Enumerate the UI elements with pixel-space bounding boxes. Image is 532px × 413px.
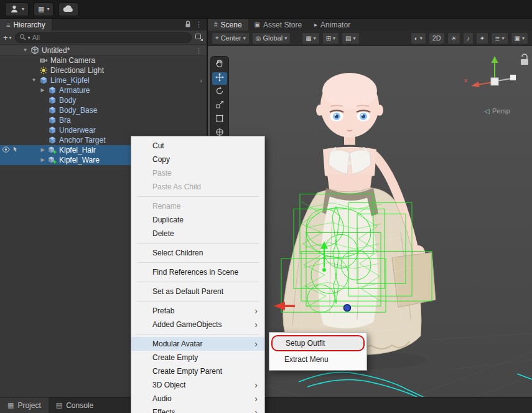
submenu-item-label: Extract Menu [284,355,329,364]
row-label: Bra [59,116,71,125]
menu-separator [137,196,259,197]
tab-hierarchy-label: Hierarchy [13,21,45,29]
menu-item-label: Added GameObjects [152,320,222,329]
expand-triangle-icon[interactable]: ▶ [39,145,47,155]
snap-increment-button[interactable]: ▤▾ [342,32,359,44]
row-visibility-gutter[interactable] [2,145,18,155]
snap-increment-button-icon: ▤ [345,35,351,42]
tab-asset-store[interactable]: ▣Asset Store [248,19,308,31]
hierarchy-row-untitled[interactable]: ▼Untitled*⋮ [0,45,207,55]
z-axis-cube[interactable] [510,75,516,80]
lock-icon[interactable] [185,21,191,29]
hierarchy-row-main-camera[interactable]: Main Camera [0,55,207,65]
persp-label: Persp [492,107,510,115]
context-menu-item-select-children[interactable]: Select Children [131,246,264,260]
plus-icon: + [3,33,8,42]
search-filter-caret-icon[interactable]: ▾ [28,35,30,40]
context-menu-item-cut[interactable]: Cut [131,139,264,153]
layer-visibility-button[interactable]: ▦ ▾ [34,2,54,16]
tab-hierarchy[interactable]: ≡ Hierarchy [0,19,52,31]
menu-separator [137,243,259,244]
persp-label-group[interactable]: ◁ Persp [484,107,510,115]
camera-dropdown-button[interactable]: ▣▾ [511,32,528,44]
hierarchy-row-underwear[interactable]: Underwear [0,125,207,135]
scale-tool[interactable] [212,100,227,112]
context-menu-item-create-empty[interactable]: Create Empty [131,351,264,364]
submenu-arrow-icon: › [254,392,258,406]
context-menu: CutCopyPastePaste As ChildRenameDuplicat… [131,136,265,413]
rotate-tool[interactable] [212,86,227,98]
hierarchy-tabbar: ≡ Hierarchy ⋮ [0,19,207,31]
lighting-toggle-button[interactable]: ☀ [447,32,460,44]
context-menu-item-find-references-in-scene[interactable]: Find References in Scene [131,265,264,279]
hierarchy-search-input[interactable]: ▾ All [15,32,192,43]
persp-arrow-icon: ◁ [484,107,490,115]
shading-mode-button[interactable]: ◐▾ [411,32,426,44]
prefab-icon [38,76,49,85]
submenu-item-label: Setup Outfit [286,339,325,348]
hierarchy-row-body[interactable]: Body [0,95,207,105]
hand-tool[interactable] [212,59,227,71]
context-menu-item-create-empty-parent[interactable]: Create Empty Parent [131,364,264,378]
tab-console[interactable]: ▤Console [49,397,101,413]
tab-project[interactable]: ▦Project [0,397,49,413]
audio-toggle-button[interactable]: ♪ [463,32,474,44]
orientation-mode-button[interactable]: ◎Global▾ [252,32,291,44]
z-axis-handle[interactable] [344,305,351,311]
added-icon [47,156,57,164]
submenu-arrow-icon: › [254,304,258,318]
context-menu-item-audio[interactable]: Audio› [131,392,264,406]
eye-icon[interactable] [2,146,10,154]
gizmo-center-cube[interactable] [491,78,498,85]
create-object-button[interactable]: + ▾ [3,33,12,42]
submenu-item-extract-menu[interactable]: Extract Menu [271,351,365,368]
submenu-item-setup-outfit[interactable]: Setup Outfit [271,335,365,351]
lighting-toggle-button-icon: ☀ [451,35,457,42]
camera-dropdown-button-icon: ▣ [515,35,520,42]
pivot-mode-button-icon: ⌖ [215,34,219,42]
project-icon: ▦ [7,401,14,409]
account-button[interactable]: ▾ [5,2,29,16]
bottom-tab-bar: ▦Project▤Console [0,397,532,413]
menu-separator [137,282,259,282]
context-menu-item-delete[interactable]: Delete [131,227,264,240]
hierarchy-row-armature[interactable]: ▶Armature [0,85,207,95]
tab-scene[interactable]: #Scene [208,19,248,31]
menu-separator [137,301,259,301]
effects-toggle-button[interactable]: ✦ [476,32,488,44]
pivot-mode-button[interactable]: ⌖Center▾ [212,32,250,44]
kebab-menu-icon[interactable]: ⋮ [195,21,202,29]
cloud-services-button[interactable] [58,2,78,16]
expand-triangle-icon[interactable]: ▼ [21,45,29,55]
menu-item-label: Audio [152,394,172,403]
move-tool[interactable] [212,72,227,85]
context-menu-item-prefab[interactable]: Prefab› [131,304,264,318]
expand-triangle-icon[interactable]: ▶ [39,85,47,95]
kebab-menu-icon[interactable]: ⋮ [195,45,202,55]
context-menu-item-3d-object[interactable]: 3D Object› [131,378,264,392]
hierarchy-row-body-base[interactable]: Body_Base [0,105,207,115]
hierarchy-row-lime-kipfel[interactable]: ▼Lime_Kipfel› [0,75,207,85]
context-menu-item-duplicate[interactable]: Duplicate [131,213,264,227]
context-menu-item-set-as-default-parent[interactable]: Set as Default Parent [131,285,264,298]
context-menu-item-rename: Rename [131,199,264,213]
hierarchy-row-directional-light[interactable]: Directional Light [0,65,207,75]
expand-triangle-icon[interactable]: ▼ [30,75,38,85]
context-menu-item-modular-avatar[interactable]: Modular Avatar› [131,337,264,351]
grid-visibility-button[interactable]: ▦▾ [302,32,319,44]
prefab-chevron-icon[interactable]: › [200,75,202,85]
pick-icon[interactable] [12,146,18,154]
context-menu-item-added-gameobjects[interactable]: Added GameObjects› [131,318,264,331]
hierarchy-row-bra[interactable]: Bra [0,115,207,125]
2d-toggle-button[interactable]: 2D [429,32,445,44]
context-menu-item-effects[interactable]: Effects› [131,406,264,413]
x-axis-label: x [464,77,467,83]
context-menu-item-copy[interactable]: Copy [131,153,264,166]
layers-dropdown-button[interactable]: ≣▾ [491,32,508,44]
scene-picker-button[interactable] [195,33,203,42]
expand-triangle-icon[interactable]: ▶ [39,155,47,165]
rect-tool[interactable] [212,113,227,126]
row-label: Lime_Kipfel [50,76,90,85]
tab-animator[interactable]: ▸Animator [308,19,357,31]
snap-settings-button[interactable]: ⊞▾ [322,32,339,44]
